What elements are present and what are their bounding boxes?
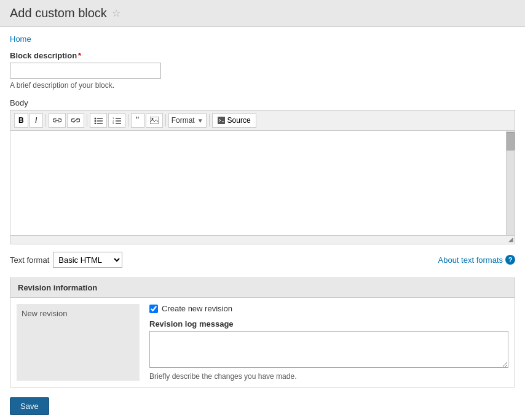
- create-revision-checkbox[interactable]: [149, 305, 158, 313]
- image-button[interactable]: [146, 113, 163, 128]
- revision-log-help: Briefly describe the changes you have ma…: [149, 372, 508, 381]
- block-description-input[interactable]: [10, 63, 161, 79]
- source-icon: [218, 117, 225, 124]
- body-section: Body B I: [10, 98, 515, 270]
- bold-button[interactable]: B: [14, 113, 28, 128]
- create-revision-label: Create new revision: [162, 304, 232, 313]
- new-revision-row: Create new revision: [149, 304, 508, 313]
- text-format-select[interactable]: Basic HTML Filtered HTML Full HTML Plain…: [53, 252, 122, 268]
- link-icon: [53, 117, 61, 124]
- italic-button[interactable]: I: [30, 113, 43, 128]
- bullet-list-button[interactable]: [90, 113, 107, 128]
- new-revision-sub-label: New revision: [22, 309, 67, 318]
- breadcrumb-home-link[interactable]: Home: [10, 34, 31, 44]
- editor-container: ◢: [10, 131, 515, 244]
- help-icon: ?: [505, 255, 515, 265]
- resize-handle-icon: ◢: [508, 236, 513, 243]
- format-dropdown[interactable]: Format ▼: [168, 113, 207, 128]
- toolbar-separator-2: [87, 114, 87, 126]
- block-description-help: A brief description of your block.: [10, 81, 515, 90]
- editor-wrapper: B I: [10, 110, 515, 244]
- unlink-button[interactable]: [67, 113, 84, 128]
- editor-body-inner: [10, 131, 515, 235]
- svg-point-4: [94, 123, 96, 125]
- format-dropdown-label: Format: [172, 116, 195, 125]
- text-format-label: Text format: [10, 255, 49, 265]
- revision-log-textarea[interactable]: [149, 331, 508, 368]
- revision-left-panel: New revision: [17, 304, 140, 381]
- page-wrapper: Add custom block ☆ Home Block descriptio…: [0, 0, 525, 420]
- toolbar-separator-4: [165, 114, 166, 126]
- scrollbar-thumb: [507, 132, 515, 150]
- text-format-row: Text format Basic HTML Filtered HTML Ful…: [10, 249, 515, 270]
- page-content: Home Block description* A brief descript…: [0, 27, 525, 420]
- number-list-icon: 1. 2. 3.: [112, 117, 121, 124]
- save-button[interactable]: Save: [10, 397, 49, 415]
- svg-rect-16: [218, 117, 225, 124]
- editor-toolbar: B I: [10, 111, 515, 131]
- revision-right-panel: Create new revision Revision log message…: [149, 304, 508, 381]
- svg-rect-14: [150, 117, 159, 124]
- required-indicator: *: [78, 51, 81, 60]
- revision-section-title: Revision information: [18, 283, 97, 292]
- link-button[interactable]: [49, 113, 66, 128]
- svg-point-3: [94, 120, 96, 122]
- svg-text:3.: 3.: [112, 122, 114, 124]
- body-label: Body: [10, 98, 515, 107]
- source-button[interactable]: Source: [212, 113, 256, 128]
- revision-content: New revision Create new revision Revisio…: [10, 298, 515, 387]
- format-dropdown-arrow-icon: ▼: [197, 117, 203, 124]
- revision-log-label: Revision log message: [149, 319, 508, 329]
- page-header: Add custom block ☆: [0, 0, 525, 27]
- image-icon: [150, 117, 159, 124]
- blockquote-button[interactable]: ": [131, 113, 144, 128]
- vertical-scrollbar[interactable]: [506, 131, 515, 235]
- source-button-label: Source: [227, 116, 251, 125]
- svg-point-2: [94, 118, 96, 120]
- about-text-formats-link[interactable]: About text formats ?: [438, 255, 516, 265]
- toolbar-separator-5: [209, 114, 210, 126]
- toolbar-separator-3: [128, 114, 128, 126]
- favorite-star-icon[interactable]: ☆: [112, 7, 120, 19]
- text-format-left: Text format Basic HTML Filtered HTML Ful…: [10, 252, 122, 268]
- revision-section-header[interactable]: Revision information: [10, 278, 515, 298]
- unlink-icon: [71, 117, 80, 124]
- toolbar-separator-1: [45, 114, 46, 126]
- number-list-button[interactable]: 1. 2. 3.: [108, 113, 125, 128]
- editor-bottom-bar: ◢: [10, 235, 515, 244]
- bullet-list-icon: [94, 117, 103, 124]
- block-description-section: Block description* A brief description o…: [10, 51, 515, 90]
- revision-section: Revision information New revision Create…: [10, 278, 515, 387]
- about-text-formats-label: About text formats: [438, 255, 503, 265]
- block-description-label: Block description*: [10, 51, 515, 60]
- body-editor-textarea[interactable]: [10, 131, 506, 235]
- page-title: Add custom block: [10, 6, 107, 20]
